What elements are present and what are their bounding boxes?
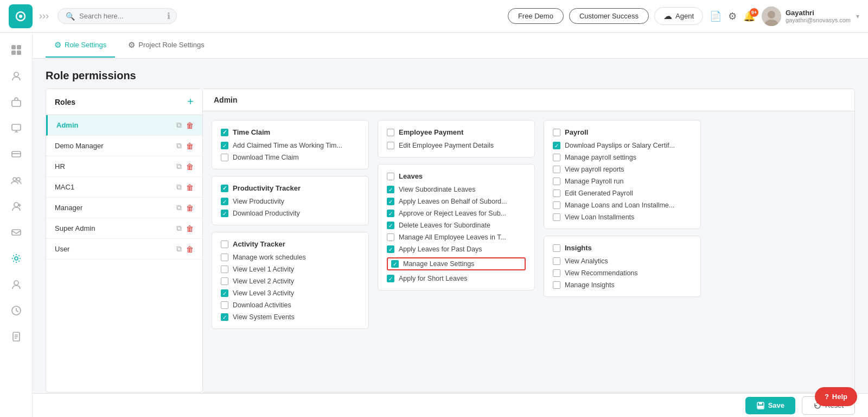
role-item-manager[interactable]: Manager ⧉ 🗑 <box>46 198 202 218</box>
cb-view-level2-activity[interactable] <box>221 277 228 285</box>
delete-role-button-manager[interactable]: 🗑 <box>186 203 194 212</box>
delete-role-button-demo-manager[interactable]: 🗑 <box>186 141 194 150</box>
delete-role-button-user[interactable]: 🗑 <box>186 244 194 254</box>
roles-panel: Roles + Admin ⧉ 🗑 Demo Manager ⧉ <box>46 89 203 393</box>
role-item-demo-manager[interactable]: Demo Manager ⧉ 🗑 <box>46 136 202 156</box>
perm-item-manage-payroll-settings: Manage payroll settings <box>553 154 692 161</box>
cb-add-claimed-time[interactable]: ✓ <box>221 142 228 149</box>
perm-item-view-analytics: View Analytics <box>553 257 692 265</box>
leaves-title-checkbox[interactable] <box>387 173 394 180</box>
productivity-tracker-title-checkbox[interactable]: ✓ <box>221 185 228 192</box>
cb-manage-insights[interactable] <box>553 281 560 289</box>
tabs-bar: ⚙ Role Settings ⚙ Project Role Settings <box>33 33 868 59</box>
cb-apply-leaves-behalf[interactable]: ✓ <box>387 198 394 205</box>
free-demo-button[interactable]: Free Demo <box>508 8 564 24</box>
perm-item-manage-loans: Manage Loans and Loan Installme... <box>553 201 692 209</box>
svg-rect-11 <box>12 100 21 106</box>
cb-view-recommendations[interactable] <box>553 269 560 277</box>
copy-role-button-hr[interactable]: ⧉ <box>176 162 182 171</box>
delete-role-button-mac1[interactable]: 🗑 <box>186 182 194 192</box>
payroll-title-checkbox[interactable] <box>553 129 560 136</box>
sidebar-item-clock[interactable] <box>4 299 28 323</box>
agent-button[interactable]: ☁ Agent <box>654 7 703 25</box>
cb-manage-all-employee-leaves[interactable] <box>387 233 394 241</box>
cb-apply-short-leaves[interactable]: ✓ <box>387 275 394 282</box>
cb-view-subordinate-leaves[interactable]: ✓ <box>387 186 394 193</box>
cb-download-time-claim[interactable] <box>221 154 228 161</box>
delete-role-button-super-admin[interactable]: 🗑 <box>186 224 194 233</box>
copy-role-button-manager[interactable]: ⧉ <box>176 203 182 212</box>
sidebar-item-report[interactable] <box>4 325 28 349</box>
sidebar-item-user2[interactable] <box>4 273 28 296</box>
top-actions: Free Demo Customer Success ☁ Agent <box>508 7 703 25</box>
save-button[interactable]: Save <box>745 397 795 414</box>
settings-icon-button[interactable]: ⚙ <box>728 10 737 22</box>
tab-project-role-settings[interactable]: ⚙ Project Role Settings <box>119 34 213 58</box>
cb-download-productivity[interactable]: ✓ <box>221 210 228 217</box>
sidebar-item-briefcase[interactable] <box>4 90 28 114</box>
copy-role-button-user[interactable]: ⧉ <box>176 244 182 254</box>
customer-success-button[interactable]: Customer Success <box>569 8 649 24</box>
cb-download-payslips[interactable]: ✓ <box>553 142 560 149</box>
help-button[interactable]: ? Help <box>815 387 857 406</box>
search-input[interactable] <box>79 12 161 20</box>
cb-approve-reject-leaves[interactable]: ✓ <box>387 210 394 217</box>
cb-view-level1-activity[interactable] <box>221 266 228 273</box>
copy-role-button-admin[interactable]: ⧉ <box>176 121 182 130</box>
cb-apply-leaves-past-days[interactable]: ✓ <box>387 245 394 253</box>
nav-dots-icon: ››› <box>39 10 49 22</box>
cb-manage-payroll-run[interactable] <box>553 178 560 185</box>
perm-item-edit-generated-payroll: Edit Generated Payroll <box>553 189 692 197</box>
cb-view-productivity[interactable]: ✓ <box>221 198 228 205</box>
add-role-button[interactable]: + <box>187 96 194 108</box>
role-item-super-admin[interactable]: Super Admin ⧉ 🗑 <box>46 218 202 239</box>
delete-role-button-admin[interactable]: 🗑 <box>186 121 194 130</box>
cb-view-level3-activity[interactable]: ✓ <box>221 289 228 297</box>
cb-manage-loans[interactable] <box>553 201 560 209</box>
delete-role-button-hr[interactable]: 🗑 <box>186 162 194 171</box>
svg-point-19 <box>14 281 18 285</box>
role-item-mac1[interactable]: MAC1 ⧉ 🗑 <box>46 177 202 198</box>
document-icon-button[interactable]: 📄 <box>710 10 722 22</box>
cb-edit-employee-payment[interactable] <box>387 142 394 149</box>
copy-role-button-mac1[interactable]: ⧉ <box>176 182 182 192</box>
user-info[interactable]: Gayathri gayathri@snovasys.com ▾ <box>762 7 859 26</box>
activity-tracker-title-checkbox[interactable] <box>221 241 228 248</box>
role-item-admin[interactable]: Admin ⧉ 🗑 <box>46 115 202 136</box>
sidebar-item-team[interactable] <box>4 168 28 192</box>
cb-edit-generated-payroll[interactable] <box>553 189 560 197</box>
cb-view-loan-installments[interactable] <box>553 213 560 221</box>
search-bar[interactable]: 🔍 ℹ <box>58 8 177 24</box>
cb-view-analytics[interactable] <box>553 257 560 265</box>
cb-manage-work-schedules[interactable] <box>221 254 228 261</box>
role-item-user[interactable]: User ⧉ 🗑 <box>46 239 202 260</box>
role-item-hr[interactable]: HR ⧉ 🗑 <box>46 156 202 177</box>
svg-rect-7 <box>17 45 21 49</box>
perm-item-view-recommendations: View Recommendations <box>553 269 692 277</box>
sidebar-item-card[interactable] <box>4 142 28 166</box>
employee-payment-title-checkbox[interactable] <box>387 129 394 136</box>
sidebar-item-mail[interactable] <box>4 220 28 244</box>
cb-view-system-events[interactable]: ✓ <box>221 313 228 321</box>
perm-item-view-level2-activity: View Level 2 Activity <box>221 277 360 285</box>
perm-item-edit-employee-payment: Edit Employee Payment Details <box>387 142 526 149</box>
sidebar-item-people[interactable] <box>4 194 28 218</box>
sidebar-item-profile[interactable] <box>4 64 28 88</box>
notification-bell-button[interactable]: 🔔 9+ <box>743 10 755 22</box>
perm-item-view-loan-installments: View Loan Installments <box>553 213 692 221</box>
perm-item-apply-leaves-past-days: ✓ Apply Leaves for Past Days <box>387 245 526 253</box>
cb-download-activities[interactable] <box>221 301 228 309</box>
cb-view-payroll-reports[interactable] <box>553 166 560 173</box>
copy-role-button-demo-manager[interactable]: ⧉ <box>176 141 182 150</box>
cb-delete-leaves-subordinate[interactable]: ✓ <box>387 222 394 229</box>
insights-title-checkbox[interactable] <box>553 244 560 252</box>
sidebar-item-dashboard[interactable] <box>4 38 28 62</box>
cb-manage-payroll-settings[interactable] <box>553 154 560 161</box>
copy-role-button-super-admin[interactable]: ⧉ <box>176 224 182 233</box>
sidebar-item-settings[interactable] <box>4 247 28 270</box>
cb-manage-leave-settings[interactable]: ✓ <box>391 260 399 268</box>
sidebar-item-monitor[interactable] <box>4 116 28 140</box>
time-claim-title-checkbox[interactable]: ✓ <box>221 129 228 136</box>
notification-badge: 9+ <box>750 8 758 17</box>
tab-role-settings[interactable]: ⚙ Role Settings <box>46 34 115 58</box>
